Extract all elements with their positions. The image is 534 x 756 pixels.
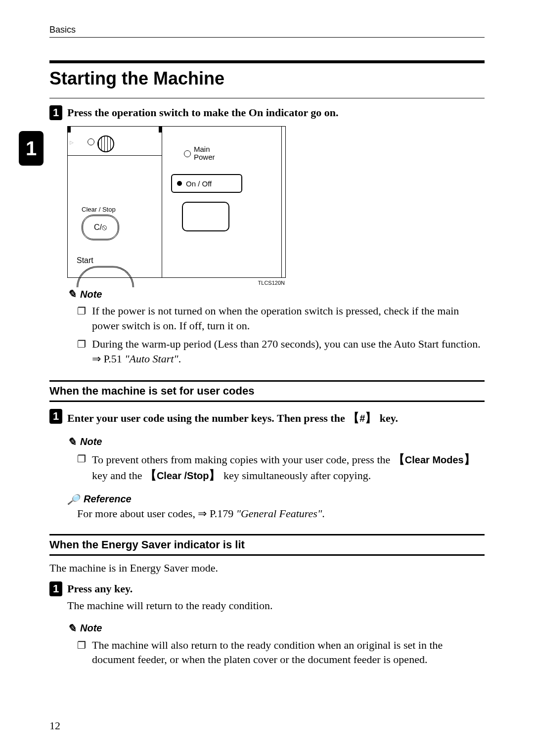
on-off-dot-icon <box>177 181 182 186</box>
note-1b-pre: During the warm-up period (Less than 270… <box>92 338 481 350</box>
hash-key-label: # <box>359 413 365 424</box>
ref-ital: "General Features" <box>236 507 322 520</box>
note-heading: ✎ Note <box>67 288 485 301</box>
step-energy-text: Press any key. <box>67 581 133 595</box>
step-usercode: 1 Enter your user code using the number … <box>49 409 485 426</box>
rule <box>49 400 485 402</box>
note-list-2: To prevent others from making copies wit… <box>49 451 485 484</box>
arrow-icon: ⇒ <box>198 507 207 520</box>
globe-icon <box>97 135 114 152</box>
step-energy: 1 Press any key. <box>49 581 485 596</box>
note2-pre: To prevent others from making copies wit… <box>92 453 393 466</box>
magnifier-icon: 🔎 <box>67 493 80 505</box>
arrow-icon: ⇒ <box>92 353 101 365</box>
note-label: Note <box>80 623 102 634</box>
step-usercode-text: Enter your user code using the number ke… <box>67 409 398 426</box>
clear-stop-button: C/⦸ <box>82 215 119 240</box>
step2-post: key. <box>377 412 398 424</box>
operation-switch-outline <box>182 202 229 231</box>
ref-page: P.179 <box>207 507 236 520</box>
chevron-left-icon: ▹ <box>70 137 74 147</box>
subsection-user-codes: When the machine is set for user codes <box>49 382 485 400</box>
pencil-icon: ✎ <box>67 436 76 448</box>
step-number-badge: 1 <box>49 409 62 424</box>
ref-pre: For more about user codes, <box>77 507 198 520</box>
reference-label: Reference <box>84 493 132 505</box>
reference-heading: 🔎 Reference <box>67 493 485 505</box>
step-1: 1 Press the operation switch to make the… <box>49 105 485 120</box>
page-number: 12 <box>49 719 60 732</box>
stop-symbol-icon: ⦸ <box>102 223 107 232</box>
running-head: Basics <box>49 25 485 38</box>
clear-stop-label: Clear / Stop <box>82 206 116 213</box>
on-off-label: On / Off <box>186 179 212 188</box>
note-list-1: If the power is not turned on when the o… <box>49 304 485 366</box>
figure-code: TLCS120N <box>258 280 285 286</box>
main-power-label: Main Power <box>194 145 215 161</box>
title-bottom-rule <box>49 98 485 98</box>
start-button-outline <box>77 266 134 287</box>
pencil-icon: ✎ <box>67 622 76 635</box>
on-off-switch: On / Off <box>171 174 242 193</box>
rule <box>49 554 485 556</box>
ref-post: . <box>322 507 325 520</box>
clear-stop-key-label: Clear /Stop <box>157 470 209 481</box>
note-heading: ✎ Note <box>67 436 485 448</box>
main-power-led-icon <box>184 150 191 157</box>
step2-pre: Enter your user code using the number ke… <box>67 412 348 424</box>
note-list-3: The machine will also return to the read… <box>49 638 485 667</box>
step-number-badge: 1 <box>49 581 62 596</box>
reference-text: For more about user codes, ⇒ P.179 "Gene… <box>77 507 485 520</box>
energy-body: The machine will return to the ready con… <box>67 599 485 612</box>
note-1b-ital: "Auto Start" <box>125 353 178 365</box>
clear-modes-key-label: Clear Modes <box>405 454 464 465</box>
chapter-tab: 1 <box>19 131 44 166</box>
page-title: Starting the Machine <box>49 68 485 89</box>
note-2a: To prevent others from making copies wit… <box>77 451 485 484</box>
indicator-led-icon <box>88 138 94 145</box>
step-1-text: Press the operation switch to make the O… <box>67 105 339 119</box>
note-1a: If the power is not turned on when the o… <box>77 304 485 333</box>
note-1b-ref: P.51 <box>101 353 125 365</box>
note-label: Note <box>80 289 102 300</box>
subsection-energy-saver: When the Energy Saver indicator is lit <box>49 535 485 554</box>
note-3a: The machine will also return to the read… <box>77 638 485 667</box>
note2-mid: key and the <box>92 469 145 482</box>
start-label: Start <box>77 256 93 265</box>
pencil-icon: ✎ <box>67 288 76 301</box>
clear-stop-button-text: C/ <box>94 223 102 232</box>
note-label: Note <box>80 436 102 447</box>
control-panel-figure: ▹ Clear / Stop C/⦸ Start Main Power On /… <box>67 126 285 278</box>
note-heading: ✎ Note <box>67 622 485 635</box>
step-number-badge: 1 <box>49 105 62 120</box>
note-1b-post: . <box>178 353 181 365</box>
note2-post: key simultaneously after copying. <box>221 469 371 482</box>
title-top-rule <box>49 60 485 63</box>
energy-intro: The machine is in Energy Saver mode. <box>49 562 485 575</box>
note-1b: During the warm-up period (Less than 270… <box>77 337 485 366</box>
